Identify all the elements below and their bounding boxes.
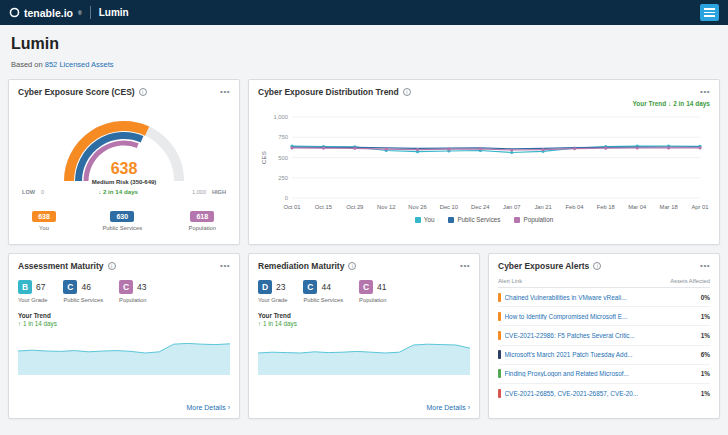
svg-text:Nov 26: Nov 26 xyxy=(408,204,426,210)
alert-row: Microsoft's March 2021 Patch Tuesday Add… xyxy=(498,346,710,365)
gauge-low-label: LOW xyxy=(22,189,35,195)
svg-text:Oct 15: Oct 15 xyxy=(315,204,332,210)
trend-card: Cyber Exposure Distribution Trend i ••• … xyxy=(248,79,720,245)
your-trend-label: Your Trend xyxy=(258,312,470,319)
svg-text:Apr 01: Apr 01 xyxy=(691,204,708,210)
legend-item-public-services: Public Services xyxy=(448,216,500,223)
topbar-divider xyxy=(90,6,91,19)
score-badge-you: 638 You xyxy=(32,205,56,231)
grade-chip: C xyxy=(63,280,77,294)
badge-value: 630 xyxy=(110,211,134,222)
info-icon[interactable]: i xyxy=(403,88,411,96)
badge-value: 638 xyxy=(32,211,56,222)
tenable-logo[interactable]: tenable.io® xyxy=(9,7,82,19)
chevron-right-icon: › xyxy=(228,404,230,411)
grade-value: 46 xyxy=(81,282,90,292)
grade-label: Public Services xyxy=(63,297,103,303)
chart-legend: You Public Services Population xyxy=(258,216,710,223)
svg-text:Mar 04: Mar 04 xyxy=(628,204,647,210)
more-menu-icon[interactable]: ••• xyxy=(460,262,470,270)
svg-text:500: 500 xyxy=(278,155,288,161)
legend-item-population: Population xyxy=(514,216,553,223)
alert-row: How to Identify Compromised Microsoft E.… xyxy=(498,307,710,326)
severity-bar xyxy=(498,350,501,359)
svg-text:Oct 01: Oct 01 xyxy=(283,204,300,210)
assessment-maturity-card: Assessment Maturity i ••• B 67 Your Grad… xyxy=(8,253,240,419)
gauge-scale: LOW 0 ↓ 2 in 14 days 1,000 HIGH xyxy=(22,188,226,195)
svg-text:Dec 24: Dec 24 xyxy=(471,204,490,210)
grade-public-services: C 46 Public Services xyxy=(63,280,103,303)
grade-label: Public Services xyxy=(303,297,343,303)
badge-label: Public Services xyxy=(102,225,142,231)
assets-affected-value: 1% xyxy=(701,390,710,397)
ces-card-title: Cyber Exposure Score (CES) xyxy=(18,87,135,97)
trend-indicator: ↑ 1 in 14 days xyxy=(18,320,230,327)
alert-link[interactable]: CVE-2021-26855, CVE-2021-26857, CVE-20..… xyxy=(505,390,697,397)
assets-affected-value: 0% xyxy=(701,294,710,301)
info-icon[interactable]: i xyxy=(139,88,147,96)
info-icon[interactable]: i xyxy=(348,262,356,270)
top-nav: tenable.io® Lumin xyxy=(0,0,728,25)
alert-link[interactable]: CVE-2021-22986: F5 Patches Several Criti… xyxy=(505,332,697,339)
licensed-assets-link[interactable]: 852 Licensed Assets xyxy=(45,60,114,69)
alert-link[interactable]: Microsoft's March 2021 Patch Tuesday Add… xyxy=(505,351,697,358)
your-trend-label: Your Trend xyxy=(18,312,230,319)
more-details-link[interactable]: More Details › xyxy=(426,404,470,411)
grade-chip: C xyxy=(303,280,317,294)
legend-swatch xyxy=(448,217,454,223)
grade-value: 23 xyxy=(276,282,285,292)
ces-trend-chart: 02505007501,000Oct 01Oct 15Oct 29Nov 12N… xyxy=(258,109,710,213)
score-badge-public-services: 630 Public Services xyxy=(102,205,142,231)
alert-row: CVE-2021-22986: F5 Patches Several Criti… xyxy=(498,326,710,345)
more-menu-icon[interactable]: ••• xyxy=(700,88,710,96)
alert-link[interactable]: How to Identify Compromised Microsoft E.… xyxy=(505,313,697,320)
alerts-table: Alert Link Assets Affected Chained Vulne… xyxy=(498,278,710,411)
svg-text:250: 250 xyxy=(278,175,288,181)
svg-text:Feb 04: Feb 04 xyxy=(565,204,584,210)
svg-text:750: 750 xyxy=(278,134,288,140)
more-menu-icon[interactable]: ••• xyxy=(220,88,230,96)
svg-text:CES: CES xyxy=(260,151,267,164)
assessment-trend-chart xyxy=(18,331,230,375)
grade-value: 43 xyxy=(137,282,146,292)
tenable-logo-icon xyxy=(9,7,20,18)
alert-row: Chained Vulnerabilities in VMware vReali… xyxy=(498,288,710,307)
remediation-maturity-card: Remediation Maturity i ••• D 23 Your Gra… xyxy=(248,253,480,419)
ces-score-value: 638 xyxy=(48,160,200,178)
alert-row: CVE-2021-26855, CVE-2021-26857, CVE-20..… xyxy=(498,384,710,402)
product-name: Lumin xyxy=(99,7,129,18)
menu-button[interactable] xyxy=(700,4,719,21)
gauge-max-label: 1,000 xyxy=(192,189,206,195)
assets-affected-value: 1% xyxy=(701,370,710,377)
remediation-trend-chart xyxy=(258,331,470,375)
ces-risk-label: Medium Risk (350-649) xyxy=(48,179,200,185)
svg-text:0: 0 xyxy=(285,195,288,201)
gauge-high-label: HIGH xyxy=(212,189,226,195)
grade-chip: C xyxy=(119,280,133,294)
grade-label: Your Grade xyxy=(18,297,47,303)
grade-value: 41 xyxy=(377,282,386,292)
ces-gauge-chart: 638 Medium Risk (350-649) xyxy=(48,103,200,185)
alert-row: Finding ProxyLogon and Related Microsof.… xyxy=(498,365,710,384)
badge-value: 618 xyxy=(190,211,214,222)
more-menu-icon[interactable]: ••• xyxy=(700,262,710,270)
more-menu-icon[interactable]: ••• xyxy=(220,262,230,270)
dashboard-grid: Cyber Exposure Score (CES) i ••• 638 Med… xyxy=(0,77,728,427)
grade-chip: B xyxy=(18,280,32,294)
info-icon[interactable]: i xyxy=(593,262,601,270)
badge-label: Population xyxy=(189,225,216,231)
info-icon[interactable]: i xyxy=(108,262,116,270)
more-details-link[interactable]: More Details › xyxy=(186,404,230,411)
badge-label: You xyxy=(32,225,56,231)
grade-label: Your Grade xyxy=(258,297,287,303)
alert-link[interactable]: Finding ProxyLogon and Related Microsof.… xyxy=(505,370,697,377)
column-header-assets-affected: Assets Affected xyxy=(670,278,710,284)
page-header: Lumin Based on 852 Licensed Assets xyxy=(0,25,728,77)
score-badges: 638 You 630 Public Services 618 Populati… xyxy=(18,205,230,231)
grade-value: 44 xyxy=(321,282,330,292)
ces-card: Cyber Exposure Score (CES) i ••• 638 Med… xyxy=(8,79,240,245)
assets-affected-value: 1% xyxy=(701,332,710,339)
grade-value: 67 xyxy=(36,282,45,292)
trend-indicator: ↑ 1 in 14 days xyxy=(258,320,470,327)
alert-link[interactable]: Chained Vulnerabilities in VMware vReali… xyxy=(505,294,697,301)
